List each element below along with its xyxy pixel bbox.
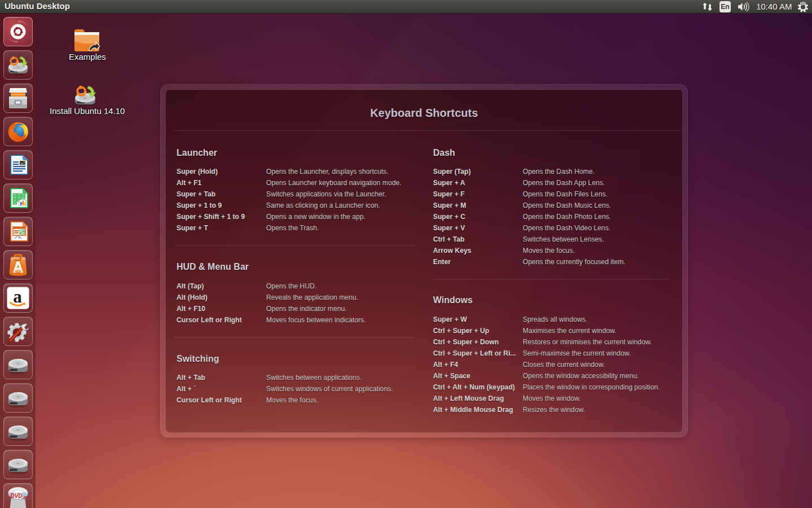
svg-text:a: a xyxy=(13,287,22,306)
svg-text:-R: -R xyxy=(23,496,27,500)
svg-text:DVD: DVD xyxy=(10,493,22,499)
